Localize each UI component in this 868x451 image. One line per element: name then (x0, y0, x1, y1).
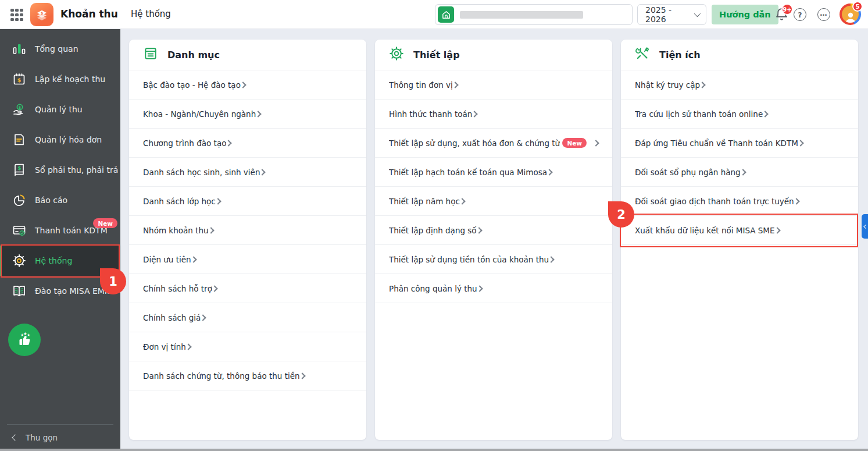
feedback-thumbs-up-icon[interactable]: ★ ★ ★ (8, 324, 41, 356)
chevron-right-icon (699, 81, 705, 88)
card-tien-ich: Tiện ích Nhật ký truy cập Tra cứu lịch s… (621, 40, 858, 440)
row-danh-muc-5[interactable]: Nhóm khoản thu (129, 216, 366, 245)
card-title: Tiện ích (659, 49, 701, 61)
sidebar-item-label: Quản lý thu (35, 105, 83, 114)
row-danh-muc-9[interactable]: Đơn vị tính (129, 332, 366, 361)
sidebar-item-label: Tổng quan (35, 44, 78, 54)
notification-bell-icon[interactable]: 9+ (774, 7, 789, 24)
row-danh-muc-10[interactable]: Danh sách chứng từ, thông báo thu tiền (129, 361, 366, 390)
row-tien-ich-3[interactable]: Đối soát sổ phụ ngân hàng (621, 158, 858, 187)
sidebar-item-label: Quản lý hóa đơn (35, 135, 102, 144)
card-header: Thiết lập (375, 40, 612, 70)
card-header: Tiện ích (621, 40, 858, 70)
list-item-label: Nhóm khoản thu (143, 226, 209, 235)
row-thiet-lap-5[interactable]: Thiết lập định dạng số (375, 216, 612, 245)
row-thiet-lap-2[interactable]: Thiết lập sử dụng, xuất hóa đơn & chứng … (375, 129, 612, 158)
chevron-left-icon (12, 434, 18, 441)
sidebar-item-dao-tao-misa-emis[interactable]: Đào tạo MISA EMIS (0, 276, 120, 306)
row-danh-muc-1[interactable]: Khoa - Ngành/Chuyên ngành (129, 100, 366, 129)
row-danh-muc-3[interactable]: Danh sách học sinh, sinh viên (129, 158, 366, 187)
row-thiet-lap-1[interactable]: Hình thức thanh toán (375, 100, 612, 129)
list-item-label: Thông tin đơn vị (389, 80, 453, 90)
row-danh-muc-6[interactable]: Diện ưu tiên (129, 245, 366, 274)
chevron-right-icon (762, 111, 769, 117)
row-thiet-lap-0[interactable]: Thông tin đơn vị (375, 70, 612, 100)
gear-outline-icon (389, 46, 404, 63)
list-item-label: Đối soát giao dịch thanh toán trực tuyến (635, 197, 794, 206)
list-item-label: Đối soát sổ phụ ngân hàng (635, 168, 741, 177)
app-launcher-icon[interactable] (10, 9, 23, 21)
row-danh-muc-2[interactable]: Chương trình đào tạo (129, 129, 366, 158)
row-tien-ich-0[interactable]: Nhật ký truy cập (621, 70, 858, 100)
user-avatar[interactable]: 5 (840, 3, 861, 25)
school-year-select[interactable]: 2025 - 2026 (637, 4, 706, 25)
sidebar-menu: Tổng quan $ Lập kế hoạch thu $ Quản lý t… (0, 29, 120, 306)
sidebar-item-label: Báo cáo (35, 196, 67, 205)
chevron-right-icon (452, 81, 458, 88)
window-bottom-edge (0, 449, 868, 451)
calendar-dollar-icon: $ (11, 72, 27, 86)
sidebar-item-so-phai-thu-phai-tra[interactable]: $ Sổ phải thu, phải trả (0, 155, 120, 185)
collapse-label: Thu gọn (26, 433, 58, 442)
row-danh-muc-0[interactable]: Bậc đào tạo - Hệ đào tạo (129, 70, 366, 100)
sidebar-item-quan-ly-hoa-don[interactable]: Quản lý hóa đơn (0, 125, 120, 155)
sidebar-item-tong-quan[interactable]: Tổng quan (0, 34, 120, 64)
chevron-right-icon (740, 169, 746, 175)
sidebar-item-thanh-toan-kdtm[interactable]: Thanh toán KDTM New (0, 215, 120, 246)
tools-icon (635, 46, 650, 63)
list-item-label: Chính sách hỗ trợ (143, 284, 212, 293)
row-danh-muc-7[interactable]: Chính sách hỗ trợ (129, 274, 366, 303)
chevron-right-icon (546, 169, 552, 175)
chevron-right-icon (255, 111, 262, 117)
header-nav-he-thong[interactable]: Hệ thống (131, 9, 171, 19)
row-thiet-lap-3[interactable]: Thiết lập hạch toán kế toán qua Mimosa (375, 158, 612, 187)
unit-search-bar[interactable] (435, 4, 633, 25)
card-title: Danh mục (167, 49, 220, 61)
main-content: Danh mục Bậc đào tạo - Hệ đào tạo Khoa -… (120, 29, 868, 451)
list-item-label: Danh sách lớp học (143, 197, 216, 206)
row-tien-ich-5[interactable]: Xuất khẩu dữ liệu kết nối MISA SME (621, 216, 858, 245)
row-thiet-lap-6[interactable]: Thiết lập sử dụng tiền tồn của khoản thu (375, 245, 612, 274)
chevron-right-icon (259, 169, 266, 175)
more-options-icon[interactable]: ⋯ (817, 8, 830, 21)
list-item-label: Phân công quản lý thu (389, 284, 477, 293)
chevron-right-icon (774, 227, 780, 233)
chevron-right-icon (793, 198, 799, 204)
chevron-right-icon (548, 256, 554, 262)
sidebar-item-bao-cao[interactable]: Báo cáo (0, 185, 120, 215)
category-icon (143, 46, 158, 63)
list-item-label: Chương trình đào tạo (143, 139, 226, 148)
row-thiet-lap-4[interactable]: Thiết lập năm học (375, 187, 612, 216)
chevron-right-icon (208, 227, 214, 233)
chevron-right-icon (476, 227, 482, 233)
sidebar-item-label: Hệ thống (35, 256, 72, 265)
list-item-label: Thiết lập sử dụng, xuất hóa đơn & chứng … (389, 139, 560, 148)
open-book-icon (11, 284, 27, 298)
row-tien-ich-1[interactable]: Tra cứu lịch sử thanh toán online (621, 100, 858, 129)
row-tien-ich-4[interactable]: Đối soát giao dịch thanh toán trực tuyến (621, 187, 858, 216)
chevron-right-icon (459, 198, 465, 204)
sidebar-item-he-thong[interactable]: Hệ thống (0, 246, 120, 276)
sidebar-item-lap-ke-hoach-thu[interactable]: $ Lập kế hoạch thu (0, 64, 120, 94)
help-icon[interactable]: ? (794, 8, 806, 21)
sidebar-item-label: Đào tạo MISA EMIS (35, 286, 112, 296)
list-item-label: Thiết lập hạch toán kế toán qua Mimosa (389, 168, 547, 177)
sidebar-collapse-button[interactable]: Thu gọn (0, 424, 120, 451)
panel-collapse-tab[interactable] (862, 214, 868, 239)
sidebar: Tổng quan $ Lập kế hoạch thu $ Quản lý t… (0, 29, 120, 451)
list-item-label: Bậc đào tạo - Hệ đào tạo (143, 80, 241, 90)
svg-text:$: $ (41, 11, 44, 16)
chevron-right-icon (185, 343, 191, 350)
list-item-label: Đơn vị tính (143, 342, 186, 351)
card-header: Danh mục (129, 40, 366, 70)
row-tien-ich-2[interactable]: Đáp ứng Tiêu chuẩn về Thanh toán KDTM (621, 129, 858, 158)
guide-button[interactable]: Hướng dẫn (712, 5, 778, 24)
new-badge: New (562, 138, 587, 148)
home-icon[interactable] (438, 6, 454, 23)
row-thiet-lap-7[interactable]: Phân công quản lý thu (375, 274, 612, 303)
gear-icon (11, 254, 27, 268)
sidebar-item-quan-ly-thu[interactable]: $ Quản lý thu (0, 94, 120, 125)
row-danh-muc-4[interactable]: Danh sách lớp học (129, 187, 366, 216)
row-danh-muc-8[interactable]: Chính sách giá (129, 303, 366, 332)
chevron-down-icon (694, 10, 701, 17)
